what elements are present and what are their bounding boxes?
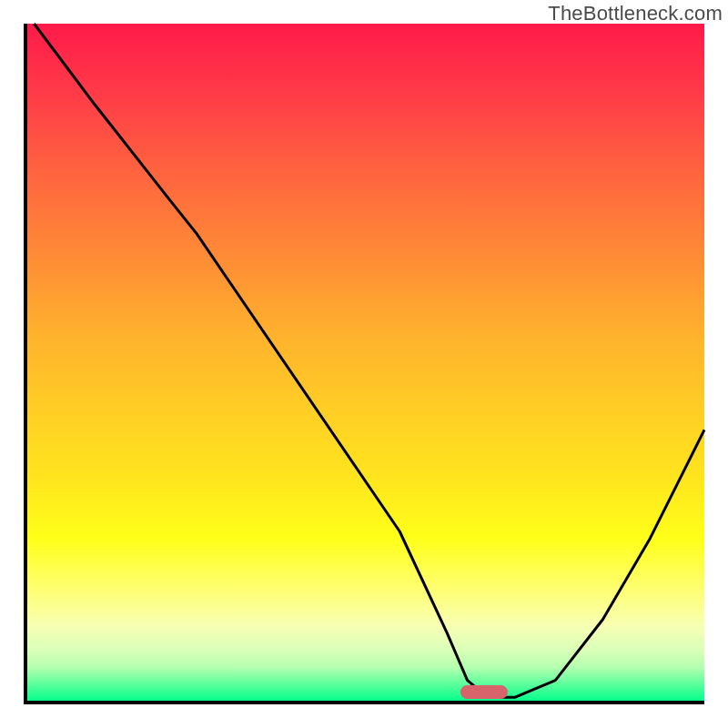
watermark-text: TheBottleneck.com: [548, 2, 723, 25]
bottleneck-curve: [27, 24, 704, 701]
optimal-marker: [460, 685, 508, 699]
plot-area: [24, 24, 704, 704]
chart-wrapper: TheBottleneck.com: [0, 0, 728, 728]
